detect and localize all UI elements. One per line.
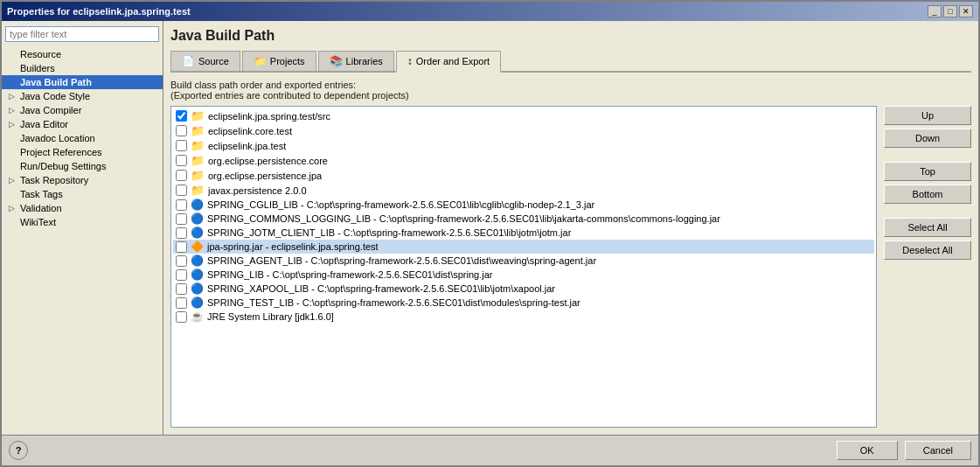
list-item[interactable]: 🔵SPRING_COMMONS_LOGGING_LIB - C:\opt\spr… xyxy=(173,212,874,226)
button-spacer xyxy=(884,207,971,214)
tab-source[interactable]: 📄Source xyxy=(170,51,240,71)
down-button[interactable]: Down xyxy=(884,129,971,148)
ok-cancel-buttons: OK Cancel xyxy=(837,441,971,460)
sidebar-item-label: WikiText xyxy=(20,217,56,227)
list-item[interactable]: 🔵SPRING_AGENT_LIB - C:\opt\spring-framew… xyxy=(173,254,874,268)
list-item-checkbox[interactable] xyxy=(176,269,187,281)
bottom-bar: ? OK Cancel xyxy=(2,435,978,465)
ok-button[interactable]: OK xyxy=(837,441,898,460)
buttons-panel: UpDownTopBottomSelect AllDeselect All xyxy=(884,106,971,428)
sidebar-item-wikitext[interactable]: WikiText xyxy=(2,215,163,229)
close-button[interactable]: ✕ xyxy=(959,5,973,17)
list-item[interactable]: 📁javax.persistence 2.0.0 xyxy=(173,183,874,198)
list-item[interactable]: 🔵SPRING_CGLIB_LIB - C:\opt\spring-framew… xyxy=(173,198,874,212)
panel-description1: Build class path order and exported entr… xyxy=(170,80,971,101)
libraries-tab-icon: 📚 xyxy=(330,55,343,67)
list-item-text: SPRING_JOTM_CLIENT_LIB - C:\opt\spring-f… xyxy=(207,227,571,238)
tab-label-projects: Projects xyxy=(270,56,305,66)
sidebar-item-task-tags[interactable]: Task Tags xyxy=(2,187,163,201)
list-item[interactable]: 🔵SPRING_JOTM_CLIENT_LIB - C:\opt\spring-… xyxy=(173,226,874,240)
tab-order-export[interactable]: ↕Order and Export xyxy=(396,51,501,73)
list-item-checkbox[interactable] xyxy=(176,283,187,295)
list-item[interactable]: ☕JRE System Library [jdk1.6.0] xyxy=(173,310,874,324)
folder-icon: 📁 xyxy=(191,124,205,137)
jar-icon: 🔵 xyxy=(191,213,204,225)
source-tab-icon: 📄 xyxy=(182,55,195,67)
bottom-button[interactable]: Bottom xyxy=(884,185,971,204)
list-item[interactable]: 📁org.eclipse.persistence.jpa xyxy=(173,168,874,183)
list-item-checkbox[interactable] xyxy=(176,155,187,166)
sidebar-item-validation[interactable]: ▷Validation xyxy=(2,201,163,215)
list-item-checkbox[interactable] xyxy=(176,311,187,323)
list-item-text: SPRING_TEST_LIB - C:\opt\spring-framewor… xyxy=(207,297,580,308)
jar-icon: 🔵 xyxy=(191,199,204,211)
tabs-container: 📄Source📁Projects📚Libraries↕Order and Exp… xyxy=(170,51,971,73)
select-all-button[interactable]: Select All xyxy=(884,218,971,237)
list-item-icon-wrapper: 🔵 xyxy=(191,227,204,239)
list-item[interactable]: 🔵SPRING_TEST_LIB - C:\opt\spring-framewo… xyxy=(173,296,874,310)
deselect-all-button[interactable]: Deselect All xyxy=(884,240,971,260)
jar-icon: 🔵 xyxy=(191,268,204,281)
list-item-text: javax.persistence 2.0.0 xyxy=(208,185,307,196)
sidebar: ResourceBuildersJava Build Path▷Java Cod… xyxy=(2,21,163,435)
list-item[interactable]: 📁eclipselink.jpa.test xyxy=(173,138,874,153)
list-item-text: SPRING_CGLIB_LIB - C:\opt\spring-framewo… xyxy=(207,199,594,210)
up-button[interactable]: Up xyxy=(884,106,971,125)
sidebar-item-run-debug-settings[interactable]: Run/Debug Settings xyxy=(2,159,163,173)
tab-projects[interactable]: 📁Projects xyxy=(242,51,316,71)
list-item[interactable]: 🔶jpa-spring.jar - eclipselink.jpa.spring… xyxy=(173,240,874,254)
list-item[interactable]: 📁eclipselink.core.test xyxy=(173,123,874,138)
list-item-checkbox[interactable] xyxy=(176,110,187,122)
sidebar-item-javadoc-location[interactable]: Javadoc Location xyxy=(2,131,163,145)
sidebar-item-label: Java Code Style xyxy=(20,91,90,101)
list-item-checkbox[interactable] xyxy=(176,125,187,136)
list-item-icon-wrapper: ☕ xyxy=(191,310,204,323)
sidebar-item-java-build-path[interactable]: Java Build Path xyxy=(2,75,163,89)
sidebar-item-java-compiler[interactable]: ▷Java Compiler xyxy=(2,103,163,117)
sidebar-item-label: Javadoc Location xyxy=(20,133,95,143)
list-item[interactable]: 📁eclipselink.jpa.spring.test/src xyxy=(173,108,874,123)
tab-libraries[interactable]: 📚Libraries xyxy=(318,51,394,71)
sidebar-item-label: Run/Debug Settings xyxy=(20,161,106,171)
list-item-checkbox[interactable] xyxy=(176,227,187,239)
sidebar-item-java-code-style[interactable]: ▷Java Code Style xyxy=(2,89,163,103)
title-bar: Properties for eclipselink.jpa.spring.te… xyxy=(2,2,978,21)
expand-icon: ▷ xyxy=(9,92,17,101)
list-item-checkbox[interactable] xyxy=(176,170,187,181)
list-item-checkbox[interactable] xyxy=(176,185,187,196)
panel-content: Build class path order and exported entr… xyxy=(170,80,971,428)
list-item[interactable]: 🔵SPRING_LIB - C:\opt\spring-framework-2.… xyxy=(173,268,874,282)
list-item-text: org.eclipse.persistence.jpa xyxy=(208,171,322,181)
list-item-text: jpa-spring.jar - eclipselink.jpa.spring.… xyxy=(207,241,379,252)
list-item-checkbox[interactable] xyxy=(176,255,187,267)
minimize-button[interactable]: _ xyxy=(928,5,942,17)
cancel-button[interactable]: Cancel xyxy=(905,441,971,460)
list-item-checkbox[interactable] xyxy=(176,241,187,253)
list-item-checkbox[interactable] xyxy=(176,140,187,151)
list-item-text: SPRING_COMMONS_LOGGING_LIB - C:\opt\spri… xyxy=(207,213,720,224)
filter-input[interactable] xyxy=(5,26,159,42)
list-item-icon-wrapper: 📁 xyxy=(191,139,205,152)
sidebar-item-builders[interactable]: Builders xyxy=(2,61,163,75)
top-button[interactable]: Top xyxy=(884,162,971,181)
sidebar-items-container: ResourceBuildersJava Build Path▷Java Cod… xyxy=(2,47,163,229)
list-item-text: eclipselink.jpa.test xyxy=(208,141,286,151)
main-panel: Java Build Path 📄Source📁Projects📚Librari… xyxy=(163,21,978,435)
maximize-button[interactable]: □ xyxy=(943,5,957,17)
folder-icon: 📁 xyxy=(191,139,205,152)
sidebar-item-project-references[interactable]: Project References xyxy=(2,145,163,159)
sidebar-item-label: Project References xyxy=(20,147,102,157)
list-item-checkbox[interactable] xyxy=(176,213,187,225)
list-item[interactable]: 📁org.eclipse.persistence.core xyxy=(173,153,874,168)
folder-icon: 📁 xyxy=(191,109,205,122)
list-item[interactable]: 🔵SPRING_XAPOOL_LIB - C:\opt\spring-frame… xyxy=(173,282,874,296)
list-item-icon-wrapper: 🔵 xyxy=(191,296,204,309)
sidebar-item-task-repository[interactable]: ▷Task Repository xyxy=(2,173,163,187)
help-button[interactable]: ? xyxy=(9,441,28,460)
sidebar-item-java-editor[interactable]: ▷Java Editor xyxy=(2,117,163,131)
folder-icon: 📁 xyxy=(191,184,205,197)
jar-icon: 🔵 xyxy=(191,254,204,267)
list-item-checkbox[interactable] xyxy=(176,199,187,211)
list-item-checkbox[interactable] xyxy=(176,297,187,309)
sidebar-item-resource[interactable]: Resource xyxy=(2,47,163,61)
